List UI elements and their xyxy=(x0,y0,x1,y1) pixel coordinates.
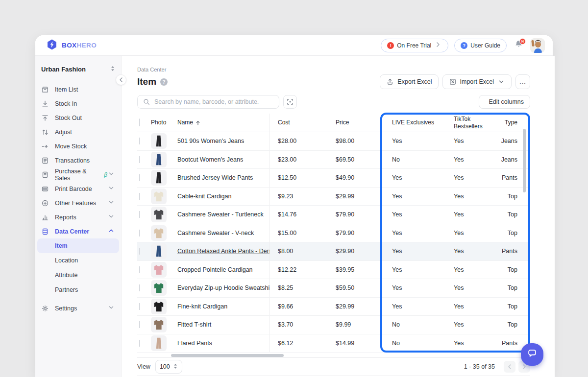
row-checkbox[interactable] xyxy=(139,303,140,310)
table-row[interactable]: Bootcut Women's Jeans $23.00 $69.50 No Y… xyxy=(137,151,530,169)
row-checkbox[interactable] xyxy=(139,193,140,200)
sidebar-subitem-attribute[interactable]: Attribute xyxy=(37,268,119,283)
sidebar-subitem-item[interactable]: Item xyxy=(37,238,119,253)
sidebar-collapse-button[interactable] xyxy=(116,74,126,85)
row-checkbox[interactable] xyxy=(139,156,140,163)
column-header-type[interactable]: Type xyxy=(497,119,530,126)
item-name[interactable]: Fitted T-shirt xyxy=(177,316,270,334)
column-header-price[interactable]: Price xyxy=(328,119,384,126)
table-body: 501 90s Women's Jeans $28.00 $98.00 Yes … xyxy=(137,132,530,353)
sidebar-subitem-partners[interactable]: Partners xyxy=(37,283,119,297)
item-photo xyxy=(151,207,167,222)
sidebar-item-adjust[interactable]: Adjust xyxy=(37,125,119,139)
table-row[interactable]: Cashmere Sweater - Turtleneck $14.76 $79… xyxy=(137,206,530,224)
horizontal-scrollbar-thumb[interactable] xyxy=(171,354,284,357)
help-icon[interactable]: ? xyxy=(160,78,168,86)
item-tiktok-bestsellers: Yes xyxy=(446,230,497,236)
item-tiktok-bestsellers: Yes xyxy=(446,248,497,255)
item-name[interactable]: Cashmere Sweater - V-neck xyxy=(177,224,270,242)
row-checkbox[interactable] xyxy=(139,266,140,273)
free-trial-button[interactable]: ! On Free Trial xyxy=(381,39,448,52)
item-photo xyxy=(151,280,167,296)
edit-columns-button[interactable]: Edit columns xyxy=(479,95,530,109)
pagination-range: 1 - 35 of 35 xyxy=(464,363,495,370)
column-header-photo: Photo xyxy=(151,119,177,126)
item-price: $29.90 xyxy=(328,248,384,255)
sidebar-item-other-features[interactable]: Other Features xyxy=(37,196,119,210)
item-live-exclusives: Yes xyxy=(384,266,446,273)
more-actions-button[interactable]: ... xyxy=(515,74,530,89)
sidebar-item-settings[interactable]: Settings xyxy=(37,301,119,315)
export-excel-button[interactable]: Export Excel xyxy=(380,74,438,89)
boxhero-logo[interactable]: BOXHERO xyxy=(46,39,97,52)
sidebar-item-transactions[interactable]: Transactions xyxy=(37,153,119,167)
table-row[interactable]: Cable-knit Cardigan $9.23 $29.99 Yes Yes… xyxy=(137,188,530,206)
previous-page-button[interactable] xyxy=(504,361,515,373)
search-input[interactable] xyxy=(154,98,274,105)
sidebar-subitem-location[interactable]: Location xyxy=(37,253,119,268)
notifications-button[interactable]: N xyxy=(513,40,524,51)
barcode-scan-button[interactable] xyxy=(283,95,297,109)
sidebar-item-purchase-sales[interactable]: Purchase & Sales β xyxy=(37,167,119,182)
avatar[interactable] xyxy=(530,38,545,53)
row-checkbox[interactable] xyxy=(139,321,140,328)
import-excel-button[interactable]: Import Excel xyxy=(442,74,512,89)
item-live-exclusives: No xyxy=(384,321,446,328)
row-checkbox[interactable] xyxy=(139,230,140,236)
vertical-scrollbar-thumb[interactable] xyxy=(523,129,526,192)
item-name[interactable]: Cable-knit Cardigan xyxy=(177,188,270,206)
item-name[interactable]: Cotton Relaxed Ankle Pants - Denim xyxy=(177,242,270,260)
item-name[interactable]: Cashmere Sweater - Turtleneck xyxy=(177,206,270,224)
sidebar-item-move-stock[interactable]: Move Stock xyxy=(37,139,119,153)
table-row[interactable]: Cashmere Sweater - V-neck $15.00 $79.90 … xyxy=(137,224,530,243)
row-checkbox[interactable] xyxy=(139,284,140,291)
stock-in-icon xyxy=(41,100,49,108)
page-size-select[interactable]: 100 xyxy=(155,360,182,374)
sidebar-item-data-center[interactable]: Data Center xyxy=(37,224,119,238)
item-photo xyxy=(151,299,167,314)
row-checkbox[interactable] xyxy=(139,340,140,347)
column-header-cost[interactable]: Cost xyxy=(270,119,328,126)
table-row[interactable]: Brushed Jersey Wide Pants $12.50 $49.90 … xyxy=(137,169,530,188)
table-row[interactable]: 501 90s Women's Jeans $28.00 $98.00 Yes … xyxy=(137,132,530,151)
column-header-tiktok-bestsellers[interactable]: TikTok Bestsellers xyxy=(446,116,497,130)
item-name[interactable]: 501 90s Women's Jeans xyxy=(177,132,270,150)
table-row[interactable]: Cropped Pointelle Cardigan $12.22 $39.95… xyxy=(137,261,530,280)
user-guide-button[interactable]: ? User Guide xyxy=(454,39,507,52)
item-cost: $3.70 xyxy=(270,321,328,328)
item-name[interactable]: Brushed Jersey Wide Pants xyxy=(177,169,270,187)
item-live-exclusives: Yes xyxy=(384,248,446,255)
table-header: Photo Name Cost Price LIVE Exclusives Ti… xyxy=(137,114,530,132)
row-checkbox[interactable] xyxy=(139,211,140,218)
column-header-live-exclusives[interactable]: LIVE Exclusives xyxy=(384,119,446,126)
column-header-name[interactable]: Name xyxy=(177,114,270,132)
item-name[interactable]: Fine-knit Cardigan xyxy=(177,298,270,316)
sidebar-item-stock-out[interactable]: Stock Out xyxy=(37,111,119,125)
sidebar-item-reports[interactable]: Reports xyxy=(37,210,119,224)
sidebar-item-print-barcode[interactable]: Print Barcode xyxy=(37,182,119,196)
table-row[interactable]: Fitted T-shirt $3.70 $9.99 No Yes Top xyxy=(137,316,530,334)
table-row[interactable]: Fine-knit Cardigan $9.66 $29.99 Yes Yes … xyxy=(137,298,530,316)
row-checkbox[interactable] xyxy=(139,138,140,144)
item-name[interactable]: Everyday Zip-up Hoodie Sweatshirt xyxy=(177,279,270,297)
workspace-stepper-icon xyxy=(110,65,115,73)
plus-circle-icon xyxy=(41,199,49,207)
table-row[interactable]: Flared Pants $6.12 $14.99 No Yes Pants xyxy=(137,334,530,353)
workspace-switcher[interactable]: Urban Fashion xyxy=(37,63,119,75)
item-tiktok-bestsellers: Yes xyxy=(446,138,497,144)
item-name[interactable]: Bootcut Women's Jeans xyxy=(177,151,270,169)
row-checkbox[interactable] xyxy=(139,248,140,255)
table-row[interactable]: Cotton Relaxed Ankle Pants - Denim $8.00… xyxy=(137,242,530,261)
item-type: Top xyxy=(497,321,530,328)
table-row[interactable]: Everyday Zip-up Hoodie Sweatshirt $8.25 … xyxy=(137,279,530,298)
item-tiktok-bestsellers: Yes xyxy=(446,156,497,163)
item-name[interactable]: Cropped Pointelle Cardigan xyxy=(177,261,270,279)
table-footer: View 100 1 - 35 of 35 xyxy=(137,357,530,376)
row-checkbox[interactable] xyxy=(139,174,140,181)
select-all-checkbox[interactable] xyxy=(139,118,140,126)
item-name[interactable]: Flared Pants xyxy=(177,334,270,353)
sidebar-item-item-list[interactable]: Item List xyxy=(37,82,119,96)
sidebar: Urban Fashion Item List Stock In Stock O… xyxy=(35,56,122,377)
chat-widget-button[interactable] xyxy=(521,343,543,366)
sidebar-item-stock-in[interactable]: Stock In xyxy=(37,96,119,111)
